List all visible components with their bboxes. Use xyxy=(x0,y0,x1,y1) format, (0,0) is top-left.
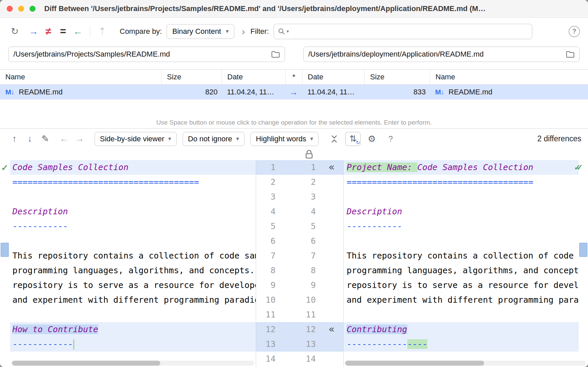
expand-panel-icon[interactable]: › xyxy=(242,26,245,37)
markdown-file-icon: M↓ xyxy=(5,88,14,96)
code-line xyxy=(344,234,579,248)
jump-back-icon[interactable]: ← xyxy=(56,132,72,146)
left-scroll-stripe[interactable]: ✓ xyxy=(0,160,10,367)
table-header: Name Size Date * Date Size Name xyxy=(0,69,588,85)
gutter-row: 1212« xyxy=(256,322,343,337)
code-line: This repository contains a collection of… xyxy=(344,248,579,263)
code-segment: Code Samples Collection xyxy=(417,162,533,172)
settings-gear-icon[interactable]: ⚙ xyxy=(364,132,379,146)
code-line: repository is to serve as a resource for… xyxy=(344,278,579,293)
right-horizontal-scrollbar[interactable] xyxy=(345,361,586,366)
right-scroll-stripe[interactable]: ✓✓ xyxy=(579,160,588,367)
apply-change-button[interactable]: « xyxy=(320,160,343,175)
directory-diff-toolbar: ↻ → ≠ = ← ⇡ Compare by: Binary Content ▾… xyxy=(0,18,588,45)
next-difference-icon[interactable]: ↓ xyxy=(22,132,38,146)
sync-badge-icon: ↻ xyxy=(356,140,360,146)
code-line: Description xyxy=(344,204,579,219)
diff-viewer-toolbar: ↑ ↓ ✎ ← → Side-by-side viewer ▾ Do not i… xyxy=(0,128,588,149)
left-file-size: 820 xyxy=(161,88,222,96)
column-header-size-left[interactable]: Size xyxy=(161,70,222,84)
code-segment: ----------- xyxy=(12,221,68,231)
help-icon[interactable]: ? xyxy=(569,26,580,37)
scrollbar-thumb[interactable] xyxy=(345,361,484,366)
line-number-left: 11 xyxy=(256,307,280,322)
left-editor[interactable]: Code Samples Collection=================… xyxy=(10,160,256,367)
column-header-operation[interactable]: * xyxy=(285,70,302,84)
code-line: Description xyxy=(10,204,256,219)
right-path-field[interactable]: /Users/jetbrains/deployment/Application/… xyxy=(303,47,580,62)
lock-row xyxy=(0,149,588,160)
code-segment: ===================================== xyxy=(347,177,533,187)
all-applied-check-icon: ✓ xyxy=(1,163,8,173)
close-button[interactable] xyxy=(7,6,13,12)
line-number-left: 10 xyxy=(256,293,280,307)
code-segment: Code Samples Collection xyxy=(12,162,128,172)
viewer-mode-dropdown[interactable]: Side-by-side viewer ▾ xyxy=(95,132,177,146)
jump-forward-icon[interactable]: → xyxy=(72,132,87,146)
lock-icon[interactable] xyxy=(304,149,314,159)
diff-map-marker[interactable] xyxy=(1,243,9,257)
search-input[interactable] xyxy=(290,27,528,36)
column-header-date-right[interactable]: Date xyxy=(302,70,364,84)
line-number-right: 8 xyxy=(280,263,320,278)
column-header-name-left[interactable]: Name xyxy=(0,70,161,84)
search-history-chevron-icon[interactable]: ▾ xyxy=(287,29,289,34)
code-segment: This repository contains a collection of… xyxy=(12,251,256,261)
refresh-icon[interactable]: ↻ xyxy=(7,25,22,38)
filter-search-field[interactable]: ▾ xyxy=(274,24,532,39)
compare-by-dropdown[interactable]: Binary Content ▾ xyxy=(167,24,234,39)
code-line: Code Samples Collection xyxy=(10,160,256,175)
gutter-row: 88 xyxy=(256,263,343,278)
collapse-unchanged-icon[interactable] xyxy=(327,132,342,146)
folder-icon[interactable] xyxy=(271,51,280,58)
diff-map-marker[interactable] xyxy=(579,243,587,257)
column-header-date-left[interactable]: Date xyxy=(222,70,285,84)
left-file-name: README.md xyxy=(19,88,63,96)
ignore-policy-dropdown[interactable]: Do not ignore ▾ xyxy=(183,132,245,146)
line-number-left: 9 xyxy=(256,278,280,293)
column-header-size-right[interactable]: Size xyxy=(364,70,430,84)
code-segment xyxy=(73,340,74,350)
code-line xyxy=(10,234,256,248)
collapse-unchanged-glyph xyxy=(330,135,338,143)
not-equal-icon[interactable]: ≠ xyxy=(41,25,56,38)
scrollbar-thumb[interactable] xyxy=(12,361,160,366)
highlight-policy-dropdown[interactable]: Highlight words ▾ xyxy=(250,132,318,146)
code-line: ----------- xyxy=(344,219,579,234)
column-header-name-right[interactable]: Name xyxy=(430,70,588,84)
gutter-row: 55 xyxy=(256,219,343,234)
toolbar-separator xyxy=(90,26,90,37)
all-applied-double-check-icon: ✓✓ xyxy=(574,163,587,172)
code-line: programming languages, algorithms, and c… xyxy=(344,263,579,278)
copy-to-left-icon[interactable]: ← xyxy=(70,25,85,38)
file-table: Name Size Date * Date Size Name M↓ READM… xyxy=(0,69,588,119)
minimize-button[interactable] xyxy=(18,6,24,12)
code-line: programming languages, algorithms, and c… xyxy=(10,263,256,278)
folder-icon[interactable] xyxy=(566,51,575,58)
synchronize-scrolling-toggle[interactable]: ⇅ ↻ xyxy=(345,132,361,146)
equalize-icon[interactable]: = xyxy=(56,25,70,38)
edit-icon[interactable]: ✎ xyxy=(38,132,53,146)
apply-change-button[interactable]: « xyxy=(320,322,343,337)
table-row[interactable]: M↓ README.md 820 11.04.24, 11… → 11.04.2… xyxy=(0,85,588,99)
viewer-mode-value: Side-by-side viewer xyxy=(100,135,164,143)
right-editor[interactable]: Project Name: Code Samples Collection===… xyxy=(344,160,579,367)
code-segment: programming languages, algorithms, and c… xyxy=(12,266,256,275)
copy-to-right-icon[interactable]: → xyxy=(26,25,41,38)
apply-change-placeholder xyxy=(320,234,343,248)
chevron-down-icon: ▾ xyxy=(226,28,229,35)
path-row: /Users/jetbrains/Projects/Samples/README… xyxy=(0,45,588,64)
line-number-right: 12 xyxy=(280,322,320,337)
previous-difference-icon[interactable]: ↑ xyxy=(7,132,22,146)
zoom-button[interactable] xyxy=(30,6,36,12)
diff-editors: ✓ Code Samples Collection===============… xyxy=(0,160,588,367)
apply-change-placeholder xyxy=(320,190,343,204)
code-line xyxy=(10,190,256,204)
left-horizontal-scrollbar[interactable] xyxy=(11,361,254,366)
line-number-left: 5 xyxy=(256,219,280,234)
operation-arrow-icon[interactable]: → xyxy=(285,87,302,97)
line-number-left: 12 xyxy=(256,322,280,337)
diff-help-icon[interactable]: ? xyxy=(383,132,398,146)
left-path-field[interactable]: /Users/jetbrains/Projects/Samples/README… xyxy=(8,47,285,62)
apply-change-placeholder xyxy=(320,352,343,366)
